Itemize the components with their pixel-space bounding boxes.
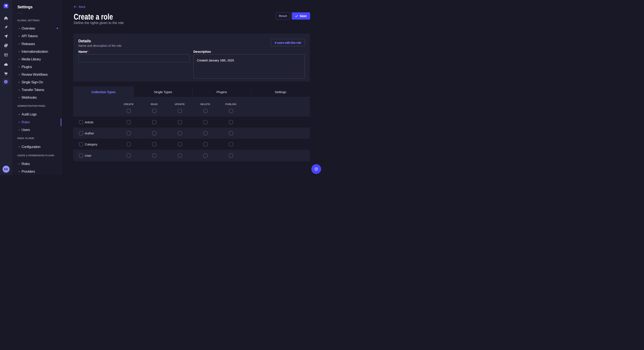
svg-text:?: ? <box>316 168 317 170</box>
